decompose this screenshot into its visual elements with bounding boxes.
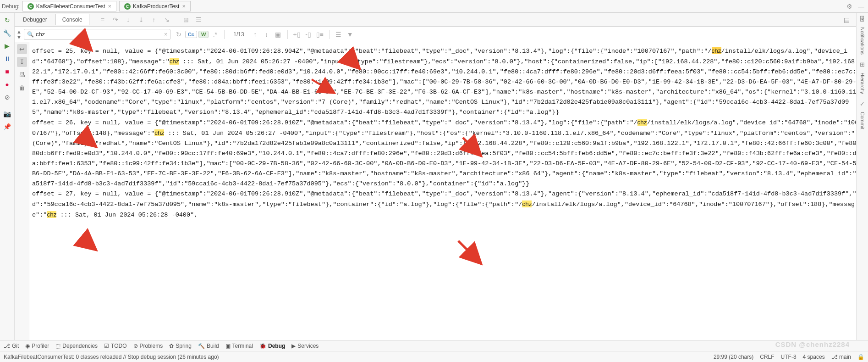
console-search-row: ▲ ▼ 🔍 × ↻ Cc W .* 1/13 ↑ ↓ ▣ +▯ -▯ bbox=[15, 27, 868, 42]
bottom-tool-bar: ⎇ Git ◉ Profiler ⬚ Dependencies ☑ TODO ⊘… bbox=[0, 340, 868, 351]
history-icon[interactable]: ↻ bbox=[174, 29, 184, 39]
tab-label: KafkaFilebeatConsumerTest bbox=[36, 3, 105, 10]
dependencies-tool[interactable]: ⬚ Dependencies bbox=[55, 343, 98, 349]
layout-icon[interactable]: ▤ bbox=[841, 15, 852, 25]
console-side-actions: ↩ ↧ 🖶 🗑 bbox=[15, 42, 29, 340]
pin-icon[interactable]: 📌 bbox=[3, 122, 12, 131]
debug-action-gutter: ↻ 🔧 ▶ ⏸ ■ ● ⊘ 📷 📌 bbox=[0, 13, 15, 340]
commit-icon[interactable]: ✓ bbox=[860, 100, 865, 107]
select-all-occurrences-icon[interactable]: ▯≡ bbox=[315, 29, 325, 39]
debug-label: Debug: bbox=[2, 3, 20, 10]
commit-tab[interactable]: Commit bbox=[859, 109, 866, 132]
spring-tool[interactable]: ✿ Spring bbox=[169, 343, 192, 349]
rerun-icon[interactable]: ↻ bbox=[3, 16, 12, 25]
git-branch[interactable]: ⎇ main bbox=[831, 354, 851, 360]
right-tool-rail: 🗄 Notifications ⊞ Hierarchy ✓ Commit bbox=[856, 13, 868, 340]
trace-icon[interactable]: ☰ bbox=[194, 15, 204, 25]
force-step-into-icon[interactable]: ⤓ bbox=[136, 15, 146, 25]
terminal-tool[interactable]: ▣ Terminal bbox=[225, 343, 253, 349]
console-tab[interactable]: Console bbox=[55, 14, 89, 25]
remove-selection-icon[interactable]: -▯ bbox=[303, 29, 313, 39]
indent[interactable]: 4 spaces bbox=[803, 354, 825, 360]
debugger-tab[interactable]: Debugger bbox=[16, 14, 54, 25]
minimize-icon[interactable]: — bbox=[858, 3, 864, 10]
scroll-up-icon[interactable]: ▲ bbox=[16, 29, 22, 34]
hierarchy-tab[interactable]: Hierarchy bbox=[859, 70, 866, 97]
class-icon: C bbox=[124, 3, 131, 10]
settings-icon[interactable]: 🔧 bbox=[3, 28, 12, 38]
watermark-text: CSDN @chenhz2284 bbox=[775, 340, 850, 348]
select-all-icon[interactable]: ▣ bbox=[273, 29, 283, 39]
search-field[interactable]: 🔍 × bbox=[24, 29, 170, 40]
filter-list-icon[interactable]: ☰ bbox=[334, 29, 344, 39]
search-icon: 🔍 bbox=[27, 31, 34, 38]
build-tool[interactable]: 🔨 Build bbox=[198, 343, 219, 349]
view-breakpoints-icon[interactable]: ● bbox=[3, 80, 12, 89]
problems-tool[interactable]: ⊘ Problems bbox=[133, 343, 163, 349]
resume-icon[interactable]: ▶ bbox=[3, 41, 12, 50]
hierarchy-icon[interactable]: ⊞ bbox=[860, 61, 865, 68]
threads-icon[interactable]: ≡ bbox=[98, 15, 108, 25]
close-icon[interactable]: × bbox=[182, 3, 186, 10]
debug-tabs-row: Debug: C KafkaFilebeatConsumerTest × C K… bbox=[0, 0, 868, 13]
debug-subtabs: Debugger Console ≡ ↷ ↓ ⤓ ↑ ↘ ⊞ ☰ ▤ bbox=[15, 13, 868, 27]
database-icon[interactable]: 🗄 bbox=[859, 16, 865, 22]
console-output[interactable]: offset = 25, key = null, value = {"@time… bbox=[29, 42, 868, 340]
run-tab-1[interactable]: C KafkaFilebeatConsumerTest × bbox=[22, 1, 116, 11]
stop-icon[interactable]: ■ bbox=[3, 67, 12, 76]
print-icon[interactable]: 🖶 bbox=[17, 70, 27, 80]
line-separator[interactable]: CRLF bbox=[760, 354, 774, 360]
scroll-down-icon[interactable]: ▼ bbox=[16, 34, 22, 40]
run-tab-2[interactable]: C KafkaProducerTest × bbox=[119, 1, 191, 11]
todo-tool[interactable]: ☑ TODO bbox=[104, 343, 126, 349]
services-tool[interactable]: ▶ Services bbox=[291, 343, 319, 349]
words-toggle[interactable]: W bbox=[198, 31, 209, 38]
next-match-icon[interactable]: ↓ bbox=[262, 29, 272, 39]
step-into-icon[interactable]: ↓ bbox=[123, 15, 133, 25]
gear-icon[interactable]: ⚙ bbox=[846, 3, 852, 10]
status-bar: KafkaFilebeatConsumerTest: 0 classes rel… bbox=[0, 351, 868, 362]
notifications-tab[interactable]: Notifications bbox=[859, 24, 866, 57]
evaluate-icon[interactable]: ⊞ bbox=[181, 15, 191, 25]
git-tool[interactable]: ⎇ Git bbox=[4, 343, 19, 349]
lock-icon[interactable]: 🔒 bbox=[857, 354, 864, 360]
cursor-position[interactable]: 29:99 (20 chars) bbox=[714, 354, 753, 360]
scroll-to-end-icon[interactable]: ↧ bbox=[17, 57, 27, 67]
close-icon[interactable]: × bbox=[108, 3, 111, 10]
soft-wrap-icon[interactable]: ↩ bbox=[17, 44, 27, 54]
encoding[interactable]: UTF-8 bbox=[781, 354, 797, 360]
filter-icon[interactable]: ▼ bbox=[345, 29, 355, 39]
search-position: 1/13 bbox=[233, 31, 244, 38]
debug-tool[interactable]: 🐞 Debug bbox=[259, 343, 285, 349]
search-input[interactable] bbox=[36, 31, 162, 38]
add-selection-icon[interactable]: +▯ bbox=[292, 29, 302, 39]
step-over-icon[interactable]: ↷ bbox=[110, 15, 121, 25]
tab-label: KafkaProducerTest bbox=[133, 3, 179, 10]
match-case-toggle[interactable]: Cc bbox=[185, 31, 197, 38]
camera-icon[interactable]: 📷 bbox=[3, 109, 12, 118]
step-out-icon[interactable]: ↑ bbox=[149, 15, 159, 25]
run-to-cursor-icon[interactable]: ↘ bbox=[162, 15, 172, 25]
mute-breakpoints-icon[interactable]: ⊘ bbox=[3, 93, 12, 102]
clear-search-icon[interactable]: × bbox=[164, 31, 167, 38]
pause-icon[interactable]: ⏸ bbox=[3, 54, 12, 63]
prev-match-icon[interactable]: ↑ bbox=[250, 29, 260, 39]
regex-toggle[interactable]: .* bbox=[210, 29, 220, 39]
clear-all-icon[interactable]: 🗑 bbox=[17, 83, 27, 93]
status-message: KafkaFilebeatConsumerTest: 0 classes rel… bbox=[4, 354, 219, 360]
class-icon: C bbox=[27, 3, 34, 10]
profiler-tool[interactable]: ◉ Profiler bbox=[25, 343, 49, 349]
